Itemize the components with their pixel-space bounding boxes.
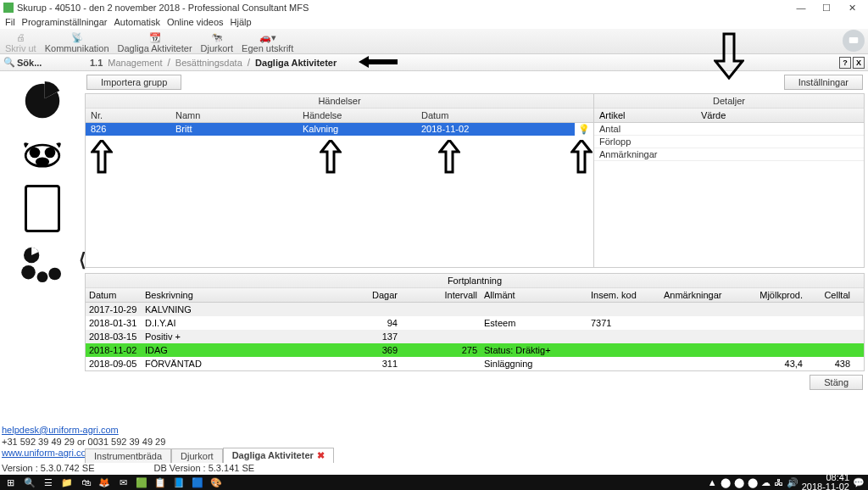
col-nr[interactable]: Nr.	[86, 109, 170, 122]
sidebar: ⟨	[0, 71, 85, 461]
car-icon: 🚗▾	[259, 31, 276, 43]
import-group-button[interactable]: Importera grupp	[86, 75, 181, 90]
col-mjolk[interactable]: Mjölkprod.	[745, 288, 806, 302]
menu-help[interactable]: Hjälp	[229, 17, 253, 27]
col-event[interactable]: Händelse	[298, 109, 416, 122]
detail-row[interactable]: Antal	[594, 123, 864, 136]
menu-programsettings[interactable]: Programinställningar	[20, 17, 109, 27]
nav-cow-icon[interactable]	[19, 136, 65, 171]
toolbar: 🖨 Skriv ut 📡 Kommunikation 📆 Dagliga Akt…	[0, 29, 868, 54]
tray-icon[interactable]: ⬤	[734, 477, 744, 488]
reproduction-row[interactable]: 2018-11-02IDAG369275Status: Dräktig+	[86, 343, 864, 357]
col-beskrivning[interactable]: Beskrivning	[142, 288, 345, 302]
close-page-button[interactable]: Stäng	[810, 375, 863, 390]
hint-icon[interactable]: 💡	[575, 123, 593, 136]
tray-icon[interactable]: ▲	[708, 477, 717, 487]
svg-marker-1	[359, 56, 398, 68]
tray-icon[interactable]: 🖧	[774, 477, 783, 487]
col-anm[interactable]: Anmärkningar	[660, 288, 745, 302]
taskbar-clock[interactable]: 08:41 2018-11-02	[802, 473, 849, 490]
tray-icon[interactable]: ☁	[761, 477, 771, 488]
reproduction-row[interactable]: 2018-01-31D.I.Y.AI94Esteem7371	[86, 316, 864, 330]
breadcrumb-row: 🔍 Sök... 1.1 Management / Besättningsdat…	[0, 54, 868, 71]
menu-onlinevideos[interactable]: Online videos	[165, 17, 225, 27]
close-button[interactable]: ✕	[839, 1, 865, 14]
reproduction-title: Fortplantning	[86, 274, 864, 288]
col-intervall[interactable]: Intervall	[401, 288, 481, 302]
reproduction-row[interactable]: 2018-03-15Positiv +137	[86, 330, 864, 343]
app-icon	[3, 3, 14, 13]
minimize-button[interactable]: —	[788, 1, 814, 14]
col-cell[interactable]: Celltal	[806, 288, 854, 302]
app-icon[interactable]: 🟦	[188, 477, 207, 488]
menu-automatic[interactable]: Automatisk	[113, 17, 162, 27]
word-icon[interactable]: 📘	[170, 477, 188, 488]
windows-taskbar: ⊞ 🔍 ☰ 📁 🛍 🦊 ✉ 🟩 📋 📘 🟦 🎨 ▲ ⬤ ⬤ ⬤ ☁ 🖧 🔊 08…	[0, 475, 868, 490]
col-allmant[interactable]: Allmänt	[481, 288, 587, 302]
col-datum[interactable]: Datum	[86, 288, 142, 302]
app-icon[interactable]: 🎨	[207, 477, 225, 488]
col-insem[interactable]: Insem. kod	[587, 288, 660, 302]
outlook-icon[interactable]: ✉	[114, 477, 132, 488]
search-icon: 🔍	[3, 57, 15, 68]
taskview-icon[interactable]: ☰	[39, 477, 58, 488]
calendar-icon: 📆	[147, 31, 164, 43]
svg-marker-13	[440, 140, 459, 172]
start-button[interactable]: ⊞	[0, 477, 20, 488]
breadcrumb-part[interactable]: Management	[108, 58, 162, 68]
search-taskbar-icon[interactable]: 🔍	[20, 477, 39, 488]
print-button[interactable]: 🖨 Skriv ut	[3, 31, 38, 53]
app-icon[interactable]: 📋	[151, 477, 170, 488]
svg-point-4	[30, 148, 41, 159]
col-dagar[interactable]: Dagar	[345, 288, 401, 302]
notifications-icon[interactable]: 💬	[853, 477, 865, 488]
cell-date: 2018-11-02	[421, 124, 570, 135]
svg-point-6	[36, 157, 49, 166]
events-pane: Händelser Nr. Namn Händelse Datum 826 Br…	[86, 94, 594, 267]
detail-row[interactable]: Anmärkningar	[594, 148, 864, 161]
help-button[interactable]: ?	[839, 57, 851, 69]
firefox-icon[interactable]: 🦊	[95, 477, 114, 488]
search-input[interactable]: 🔍 Sök...	[0, 57, 85, 68]
nav-management-icon[interactable]	[23, 81, 62, 122]
events-row[interactable]: 826 Britt Kalvning 2018-11-02 💡	[86, 123, 593, 136]
nav-group-icon[interactable]	[19, 246, 66, 285]
col-value[interactable]: Värde	[696, 109, 864, 122]
toolbar-label: Skriv ut	[5, 43, 36, 53]
arrow-up-annotation	[320, 140, 342, 174]
daily-activities-button[interactable]: 📆 Dagliga Aktiviteter	[116, 31, 194, 53]
tray-icon[interactable]: 🔊	[787, 477, 798, 488]
animal-card-button[interactable]: 🐄 Djurkort	[199, 31, 236, 53]
store-icon[interactable]: 🛍	[76, 477, 95, 487]
menu-file[interactable]: Fil	[3, 17, 17, 27]
helpdesk-link[interactable]: helpdesk@uniform-agri.com	[2, 425, 165, 437]
nav-tablet-icon[interactable]	[25, 185, 60, 232]
phone-text: +31 592 39 49 29 or	[2, 437, 86, 447]
tray-icon[interactable]: ⬤	[721, 477, 731, 488]
cell-name: Britt	[170, 123, 298, 136]
tray-icon[interactable]: ⬤	[748, 477, 758, 488]
reproduction-row[interactable]: 2017-10-29KALVNING	[86, 303, 864, 316]
explorer-icon[interactable]: 📁	[58, 477, 76, 488]
own-print-button[interactable]: 🚗▾ Egen utskrift	[240, 31, 295, 53]
reproduction-row[interactable]: 2018-09-05FÖRVÄNTAD311Sinläggning43,4438	[86, 357, 864, 370]
col-name[interactable]: Namn	[170, 109, 298, 122]
communication-button[interactable]: 📡 Kommunikation	[43, 31, 111, 53]
printer-icon: 🖨	[12, 31, 29, 43]
svg-marker-14	[572, 140, 591, 172]
settings-button[interactable]: Inställningar	[784, 75, 863, 90]
tab-close-icon[interactable]: ✖	[317, 450, 325, 460]
breadcrumb-num: 1.1	[90, 58, 103, 68]
page-close-button[interactable]: X	[853, 57, 865, 69]
app-icon[interactable]: 🟩	[132, 477, 151, 488]
svg-marker-11	[92, 140, 111, 172]
maximize-button[interactable]: ☐	[814, 1, 839, 14]
col-date[interactable]: Datum	[416, 109, 593, 122]
chat-icon[interactable]	[843, 30, 865, 52]
arrow-up-annotation	[91, 140, 113, 174]
svg-marker-12	[321, 140, 340, 172]
detail-row[interactable]: Förlopp	[594, 136, 864, 148]
details-columns: Artikel Värde	[594, 109, 864, 123]
breadcrumb-part[interactable]: Besättningsdata	[175, 58, 242, 68]
col-article[interactable]: Artikel	[594, 109, 696, 122]
